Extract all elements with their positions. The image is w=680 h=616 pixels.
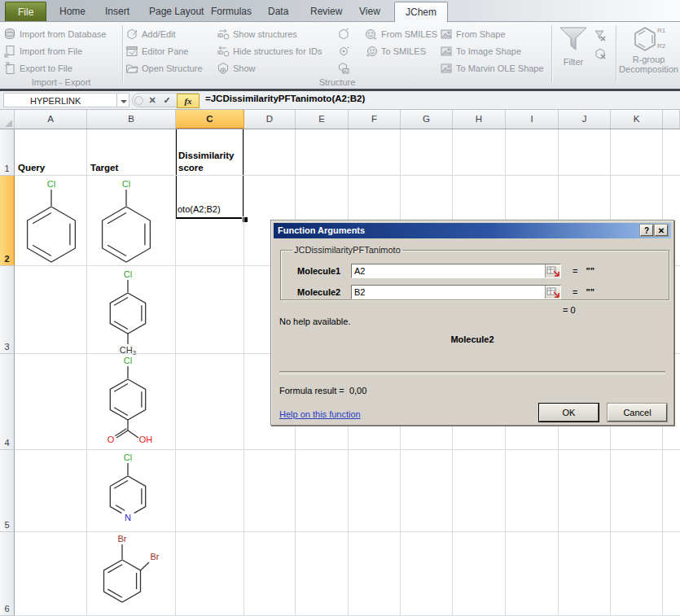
atom-label-o: O [107, 435, 115, 444]
formula-input[interactable]: =JCDissimilarityPFTanimoto(A2;B2) [205, 94, 365, 103]
gridline [15, 531, 680, 532]
column-header-F[interactable]: F [349, 110, 401, 129]
column-header-partial[interactable] [663, 110, 680, 129]
formula-bar-buttons: ✕ ✓ fx [132, 93, 199, 107]
range-selector-icon[interactable] [545, 264, 560, 277]
dialog-title: Function Arguments [278, 225, 365, 235]
atom-label-cl: Cl [124, 356, 132, 365]
row-header-1[interactable]: 1 [0, 129, 15, 176]
column-header-I[interactable]: I [506, 110, 559, 129]
column-header-E[interactable]: E [296, 110, 349, 129]
tab-insert[interactable]: Insert [94, 2, 140, 21]
import-from-database-label: Import from Database [20, 29, 106, 39]
name-box[interactable]: HYPERLINK [3, 93, 117, 107]
hexagon-image-icon [337, 62, 350, 75]
row-header-3[interactable]: 3 [0, 266, 15, 354]
column-header-G[interactable]: G [401, 110, 453, 129]
molecule1-input[interactable] [352, 264, 545, 277]
to-image-shape-button[interactable]: To Image Shape [440, 42, 544, 59]
gridline [15, 175, 680, 176]
column-header-B[interactable]: B [87, 110, 176, 129]
enter-entry-button[interactable]: ✓ [160, 94, 173, 106]
import-from-database-button[interactable]: Import from Database [3, 25, 106, 42]
rgroup-decomposition-button[interactable]: R1R2 R-group Decomposition [617, 24, 680, 74]
editor-pane-icon [125, 45, 138, 58]
tab-data[interactable]: Data [257, 2, 299, 21]
cell-b1[interactable]: Target [90, 129, 118, 174]
structure-tool-1-button[interactable] [337, 25, 350, 42]
insert-function-button[interactable]: fx [177, 94, 200, 108]
row-header-6[interactable]: 6 [0, 532, 15, 616]
open-structure-button[interactable]: Open Structure [125, 59, 203, 76]
export-to-file-button[interactable]: Export to File [3, 59, 106, 76]
rgroup-label-line1: R-group [633, 55, 665, 64]
dialog-title-bar[interactable]: Function Arguments ? ✕ [274, 223, 671, 238]
excel-window: File Home Insert Page Layout Formulas Da… [0, 0, 680, 616]
database-icon [3, 28, 16, 41]
row-header-5[interactable]: 5 [0, 450, 15, 532]
from-smiles-button[interactable]: From SMILES [365, 25, 437, 42]
picture-shape-icon [440, 62, 453, 75]
column-header-A[interactable]: A [15, 110, 87, 129]
argument-row-molecule1: Molecule1 = "" [297, 263, 652, 279]
cell-a1[interactable]: Query [18, 129, 45, 174]
rgroup-label-line2: Decomposition [619, 64, 678, 74]
molecule-chlorobenzoic-acid-b4: Cl O OH [95, 355, 160, 449]
cancel-button[interactable]: Cancel [608, 404, 667, 422]
structure-tool-3-button[interactable] [337, 59, 350, 76]
help-on-function-link[interactable]: Help on this function [279, 409, 361, 419]
cancel-entry-button[interactable]: ✕ [146, 94, 159, 106]
molecule2-label: Molecule2 [297, 287, 351, 297]
range-selector-icon[interactable] [545, 286, 560, 299]
select-all-button[interactable] [0, 110, 15, 129]
atom-label-oh: OH [139, 435, 153, 444]
import-from-file-button[interactable]: Import from File [3, 42, 106, 59]
reapply-filter-button[interactable] [594, 45, 607, 62]
add-edit-label: Add/Edit [142, 29, 176, 39]
tab-home[interactable]: Home [49, 2, 96, 21]
reapply-filter-icon [594, 47, 607, 60]
show-button[interactable]: Show [217, 59, 322, 76]
dialog-help-button[interactable]: ? [640, 225, 653, 236]
ok-button[interactable]: OK [539, 404, 599, 422]
column-header-K[interactable]: K [611, 110, 663, 129]
column-header-H[interactable]: H [453, 110, 506, 129]
from-shape-button[interactable]: From Shape [440, 25, 544, 42]
group-label-structure: Structure [124, 77, 551, 87]
to-smiles-button[interactable]: To SMILES [365, 42, 437, 59]
molecule2-input[interactable] [352, 286, 545, 299]
structure-tool-2-button[interactable] [337, 42, 350, 59]
hide-structures-button[interactable]: ID Hide structures for IDs [217, 42, 322, 59]
name-box-dropdown[interactable] [117, 93, 129, 107]
editor-pane-label: Editor Pane [142, 46, 188, 56]
gridline [86, 129, 87, 616]
show-structures-button[interactable]: ID Show structures [217, 25, 322, 42]
to-marvin-ole-shape-button[interactable]: To Marvin OLE Shape [440, 59, 544, 76]
clear-filter-button[interactable] [594, 27, 607, 44]
gridline [15, 449, 680, 450]
show-structures-icon: ID [217, 28, 230, 41]
column-header-D[interactable]: D [244, 110, 296, 129]
to-marvin-ole-shape-label: To Marvin OLE Shape [456, 63, 544, 73]
filter-button[interactable]: Filter [555, 25, 592, 67]
smiley-arrow-right-icon [365, 28, 378, 41]
editor-pane-button[interactable]: Editor Pane [125, 42, 203, 59]
from-shape-label: From Shape [456, 29, 506, 39]
add-edit-button[interactable]: Add/Edit [125, 25, 203, 42]
function-arguments-dialog: Function Arguments ? ✕ JCDissimilarityPF… [270, 220, 674, 426]
tab-jchem[interactable]: JChem [394, 2, 448, 22]
tab-view[interactable]: View [349, 2, 391, 21]
column-header-C[interactable]: C [176, 110, 244, 129]
dialog-close-button[interactable]: ✕ [655, 225, 668, 236]
clear-filter-icon [594, 29, 607, 42]
tab-formulas[interactable]: Formulas [200, 2, 262, 21]
function-name-label: JCDissimilarityPFTanimoto [292, 245, 402, 255]
tab-review[interactable]: Review [300, 2, 353, 21]
svg-text:ID: ID [217, 33, 223, 38]
molecule2-result: "" [586, 287, 594, 297]
ribbon: Import from Database Import from File Ex… [0, 21, 680, 89]
tab-file[interactable]: File [5, 2, 46, 22]
row-header-2[interactable]: 2 [0, 176, 15, 266]
row-header-4[interactable]: 4 [0, 354, 15, 450]
column-header-J[interactable]: J [559, 110, 611, 129]
